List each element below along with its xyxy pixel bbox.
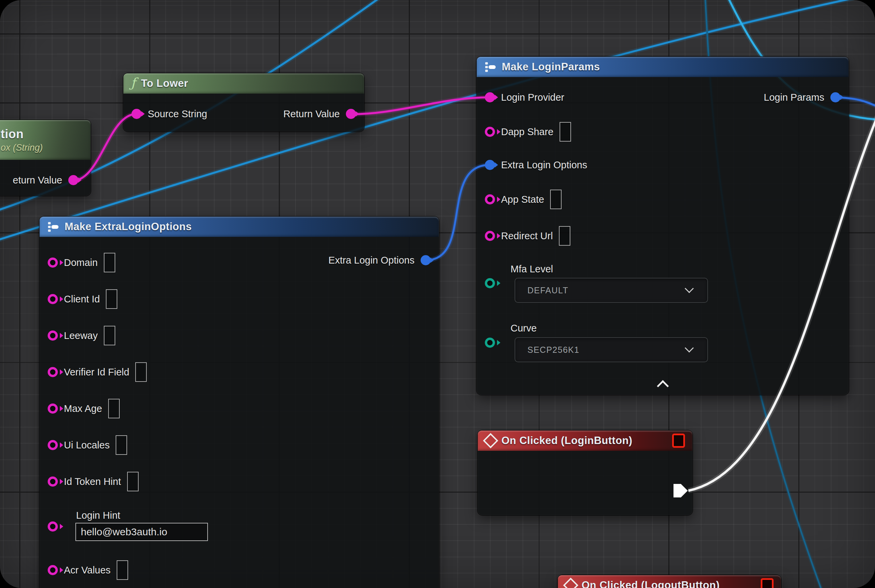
verifier-id-field-value-field[interactable] — [135, 362, 147, 382]
pin-label-curve: Curve — [511, 323, 537, 334]
pin-label-app-state: App State — [501, 194, 544, 205]
pin-label-return-value: eturn Value — [13, 175, 62, 186]
pin-label-acr-values: Acr Values — [64, 565, 111, 576]
chevron-down-icon — [685, 344, 694, 352]
pin-label-dapp-share: Dapp Share — [501, 126, 553, 138]
pin-label-login-params-out: Login Params — [764, 92, 824, 103]
pin-label-extra-login-options-out: Extra Login Options — [328, 255, 415, 266]
source-string-pin[interactable] — [132, 109, 142, 119]
max-age-pin[interactable] — [48, 404, 58, 414]
make-login-params-node[interactable]: Make LoginParams Login Provider Dapp Sha… — [477, 57, 849, 395]
redirect-url-pin[interactable] — [485, 231, 495, 241]
on-clicked-login-button-node[interactable]: On Clicked (LoginButton) — [478, 430, 692, 515]
node-title: On Clicked (LoginButton) — [501, 435, 632, 447]
app-state-pin[interactable] — [485, 194, 495, 204]
pin-label-verifier-id-field: Verifier Id Field — [64, 367, 129, 378]
dapp-share-value-field[interactable] — [559, 122, 571, 142]
acr-values-value-field[interactable] — [117, 560, 128, 580]
domain-value-field[interactable] — [104, 253, 115, 272]
mfa-level-value: DEFAULT — [515, 285, 686, 296]
node-title: On Clicked (LogoutButton) — [582, 579, 720, 588]
make-struct-icon — [484, 62, 496, 72]
mfa-level-dropdown[interactable]: DEFAULT — [514, 278, 708, 303]
login-provider-pin[interactable] — [485, 92, 495, 102]
pin-label-extra-login-options: Extra Login Options — [501, 159, 587, 171]
pin-label-mfa-level: Mfa Level — [511, 264, 553, 275]
event-icon — [563, 578, 578, 588]
node-title: To Lower — [141, 77, 188, 90]
acr-values-pin[interactable] — [48, 565, 58, 575]
extra-login-options-input-pin[interactable] — [485, 160, 495, 170]
pin-label-id-token-hint: Id Token Hint — [64, 476, 121, 487]
delegate-icon — [672, 434, 685, 448]
extra-login-options-output-pin[interactable] — [421, 255, 431, 265]
pin-label-return-value: Return Value — [283, 108, 340, 120]
curve-pin[interactable] — [485, 338, 495, 348]
delegate-icon — [761, 578, 774, 588]
node-title: Make LoginParams — [502, 61, 600, 73]
event-icon — [483, 433, 498, 448]
exec-output-pin[interactable] — [674, 484, 688, 497]
pin-label-login-provider: Login Provider — [501, 92, 564, 103]
function-icon: ƒ — [131, 76, 135, 89]
node-title: Make ExtraLoginOptions — [65, 220, 192, 233]
make-struct-icon — [47, 221, 59, 232]
wire-tolower-to-loginprovider-glow — [351, 98, 490, 114]
on-clicked-logout-button-node[interactable]: On Clicked (LogoutButton) — [558, 575, 781, 588]
curve-dropdown[interactable]: SECP256K1 — [514, 337, 708, 362]
redirect-url-value-field[interactable] — [559, 226, 570, 246]
verifier-id-field-pin[interactable] — [48, 367, 58, 377]
pin-label-domain: Domain — [64, 257, 98, 268]
leeway-value-field[interactable] — [104, 326, 115, 345]
leeway-pin[interactable] — [48, 330, 58, 340]
pin-label-max-age: Max Age — [64, 403, 102, 414]
max-age-value-field[interactable] — [108, 399, 120, 418]
curve-value: SECP256K1 — [515, 345, 686, 355]
pin-label-source-string: Source String — [148, 108, 207, 120]
dapp-share-pin[interactable] — [485, 127, 495, 137]
login-hint-pin[interactable] — [48, 521, 58, 532]
login-params-output-pin[interactable] — [830, 92, 840, 102]
text-box-node[interactable]: tion ox (String) eturn Value — [0, 120, 90, 196]
mfa-level-pin[interactable] — [485, 278, 495, 288]
node-subtitle: ox (String) — [1, 142, 43, 153]
ui-locales-pin[interactable] — [48, 440, 58, 450]
to-lower-node[interactable]: ƒ To Lower Source String Return Value — [123, 74, 364, 132]
ui-locales-value-field[interactable] — [116, 435, 127, 455]
string-output-pin[interactable] — [68, 175, 78, 185]
id-token-hint-value-field[interactable] — [127, 472, 138, 491]
pin-label-redirect-url: Redirect Url — [501, 231, 553, 242]
blueprint-graph-canvas[interactable]: tion ox (String) eturn Value ƒ To Lower … — [0, 0, 875, 588]
make-extra-login-options-node[interactable]: Make ExtraLoginOptions Domain Client Id … — [39, 217, 439, 588]
return-value-pin[interactable] — [346, 109, 356, 119]
client-id-value-field[interactable] — [106, 289, 117, 309]
chevron-down-icon — [685, 284, 694, 293]
id-token-hint-pin[interactable] — [48, 477, 58, 487]
domain-pin[interactable] — [48, 258, 58, 268]
collapse-node-button[interactable] — [657, 380, 669, 392]
pin-label-login-hint: Login Hint — [76, 510, 120, 521]
client-id-pin[interactable] — [48, 294, 58, 304]
pin-label-ui-locales: Ui Locales — [64, 440, 110, 451]
app-state-value-field[interactable] — [550, 190, 562, 209]
pin-label-client-id: Client Id — [64, 294, 100, 305]
login-hint-input[interactable] — [75, 523, 208, 541]
wire-tolower-to-loginprovider[interactable] — [351, 98, 490, 114]
pin-label-leeway: Leeway — [64, 330, 98, 341]
node-title: tion — [1, 127, 24, 141]
